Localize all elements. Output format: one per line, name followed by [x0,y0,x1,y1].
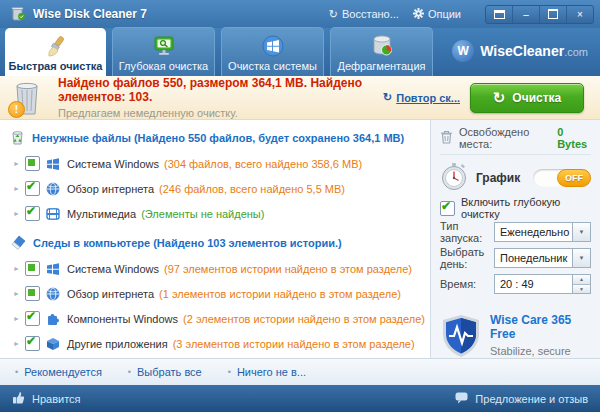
restore-menu[interactable]: ↻ Восстано... [329,8,399,21]
maximize-button[interactable] [539,6,566,23]
schedule-type-select[interactable]: Еженедельно ▼ [494,222,591,242]
windows-logo-icon [46,261,61,276]
tab-strip: Быстрая очистка Глубокая очистка [0,28,600,76]
expand-arrow-icon[interactable]: ► [13,160,25,167]
options-menu[interactable]: Опции [413,8,461,21]
close-button[interactable]: × [566,6,593,23]
trash-outline-icon [440,130,453,146]
maximize-icon [548,9,558,19]
rescan-icon: ↻ [383,91,392,104]
tab-label: Быстрая очистка [9,60,103,72]
app-icon [10,5,26,23]
schedule-day-select[interactable]: Понедельник ▼ [494,248,591,268]
wisecleaner-badge-icon: W [452,40,474,62]
deep-scan-monitor-icon [152,34,176,58]
bullet-icon: • [128,367,131,377]
expand-arrow-icon[interactable]: ► [13,315,25,322]
bullet-icon: • [228,367,231,377]
quick-links-bar: • Рекомендуется • Выбрать все • Ничего н… [0,358,600,385]
selected-value: Еженедельно [494,222,572,242]
tab-label: Очистка системы [228,60,317,72]
window-title: Wise Disk Cleaner 7 [33,7,147,21]
checkbox-checked[interactable]: ✔ [25,336,40,351]
clean-button[interactable]: ↻ Очистка [470,83,584,113]
brush-icon [44,34,68,58]
expand-arrow-icon[interactable]: ► [13,265,25,272]
expand-arrow-icon[interactable]: ► [13,185,25,192]
checkbox-checked[interactable]: ✔ [25,311,40,326]
clean-refresh-icon: ↻ [493,89,506,107]
defrag-disk-icon [370,34,394,58]
checkbox-checked[interactable]: ✔ [25,206,40,221]
check-mark: ✔ [26,309,36,323]
recycle-bin-icon [10,129,25,147]
tab-label: Глубокая очистка [119,60,208,72]
checkbox-partial[interactable] [25,156,40,171]
tree-row: ► Система Windows (97 элементов истории … [10,256,426,281]
checkbox-partial[interactable] [25,286,40,301]
link-select-all[interactable]: • Выбрать все [128,366,202,378]
sidebar-divider [440,154,591,155]
link-recommended[interactable]: • Рекомендуется [15,366,102,378]
section-junk-files: Ненужные файлы (Найдено 550 файлов, буде… [10,128,426,148]
warning-badge: ! [8,101,25,118]
multimedia-icon [46,206,61,221]
section-title: Ненужные файлы (Найдено 550 файлов, буде… [32,132,404,144]
tab-defrag[interactable]: Дефрагментация [330,27,433,76]
trash-alert-icon: ! [10,78,48,118]
minimize-button[interactable]: – [512,6,539,23]
schedule-time-spinner[interactable]: 20 : 49 ▲ ▼ [494,274,591,294]
thumbs-up-icon [12,391,25,406]
gear-icon [413,8,424,21]
checkbox-checked[interactable]: ✔ [440,201,455,216]
wisecleaner-logo[interactable]: W WiseCleaner.com [452,40,600,62]
wise-disk-cleaner-window: Wise Disk Cleaner 7 ↻ Восстано... [0,0,600,412]
restore-icon: ↻ [329,8,338,21]
tree-row: ► ✔ Компоненты Windows (2 элементов исто… [10,306,426,331]
chevron-down-icon[interactable]: ▼ [572,222,591,242]
schedule-time-label: Время: [440,278,494,290]
windows-logo-icon [46,156,61,171]
feedback-link[interactable]: Предложение и отзыв [455,392,588,406]
tab-deep-clean[interactable]: Глубокая очистка [112,27,215,76]
schedule-type-label: Тип запуска: [440,220,494,244]
like-link[interactable]: Нравится [12,391,81,406]
deep-clean-option: ✔ Включить глубокую очистку [440,197,591,219]
spin-up-icon[interactable]: ▲ [573,275,590,284]
main-area: Ненужные файлы (Найдено 550 файлов, буде… [0,120,600,358]
window-controls: – × [485,5,594,24]
schedule-type-row: Тип запуска: Еженедельно ▼ [440,219,591,245]
checkbox-checked[interactable]: ✔ [25,181,40,196]
tree-row: ► Система Windows (304 файлов, всего най… [10,151,426,176]
eraser-icon [10,235,26,252]
schedule-row: График OFF [440,161,591,195]
speech-bubble-icon [455,392,468,406]
footer-bar: Нравится Предложение и отзыв [0,385,600,412]
check-mark: ✔ [26,334,36,348]
schedule-day-label: Выбрать день: [440,246,494,270]
section-computer-traces: Следы в компьютере (Найдено 103 элементо… [10,233,426,253]
rescan-link[interactable]: ↻ Повтор ск... [383,91,460,104]
partial-mark [28,264,35,271]
tab-label: Дефрагментация [337,60,425,72]
schedule-toggle[interactable]: OFF [533,169,591,187]
expand-arrow-icon[interactable]: ► [13,210,25,217]
title-bar: Wise Disk Cleaner 7 ↻ Восстано... [0,0,600,28]
globe-icon [46,181,61,196]
spin-down-icon[interactable]: ▼ [573,284,590,294]
expand-arrow-icon[interactable]: ► [13,290,25,297]
bullet-icon: • [15,367,18,377]
expand-arrow-icon[interactable]: ► [13,340,25,347]
cube-icon [46,336,61,351]
scan-result-subline: Предлагаем немедленную очистку. [58,107,383,119]
link-select-none[interactable]: • Ничего не в... [228,366,306,378]
tab-quick-clean[interactable]: Быстрая очистка [5,28,106,76]
partial-mark [28,289,35,296]
checkbox-partial[interactable] [25,261,40,276]
scan-summary-bar: ! Найдено файлов 550, размером 364,1 МВ.… [0,76,600,120]
chevron-down-icon[interactable]: ▼ [572,248,591,268]
windows-sphere-icon [262,34,284,58]
tab-system-clean[interactable]: Очистка системы [221,27,324,76]
skin-button[interactable] [486,6,512,23]
promo-title: Wise Care 365 Free [490,313,591,341]
